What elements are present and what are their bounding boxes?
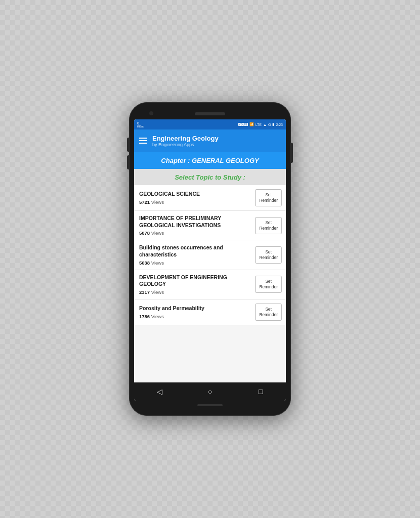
recents-button[interactable]: □ <box>251 382 270 401</box>
app-bar-titles: Engineering Geology by Engineering Apps <box>152 135 219 147</box>
topic-title-2: Building stones occurrences and characte… <box>139 244 251 258</box>
topic-views-1: 5078 Views <box>139 230 251 236</box>
topic-content-2: Building stones occurrences and characte… <box>139 244 251 265</box>
topic-item-4[interactable]: Porosity and Permeability1786 ViewsSet R… <box>134 299 286 325</box>
select-topic-header: Select Topic to Study : <box>134 169 286 185</box>
volte-badge: VOLTE <box>238 123 247 126</box>
views-count-4: 1786 <box>139 314 151 319</box>
hamburger-menu-icon[interactable] <box>139 138 147 144</box>
set-reminder-button-0[interactable]: Set Reminder <box>255 189 282 206</box>
time-display: 2:23 <box>276 123 283 126</box>
battery-icon: ▮ <box>272 122 274 126</box>
topic-title-0: GEOLOGICAL SCIENCE <box>139 191 251 198</box>
views-count-3: 2317 <box>139 289 151 295</box>
app-title: Engineering Geology <box>152 135 219 142</box>
topic-content-3: DEVELOPMENT OF ENGINEERING GEOLOGY2317 V… <box>139 274 251 295</box>
topic-content-1: IMPORTANCE OF PRELIMINARY GEOLOGICAL INV… <box>139 215 251 236</box>
screen-wrapper: 0 KB/s VOLTE 📶 LTE ▲ G ▮ 2:23 <box>134 119 286 401</box>
views-count-2: 5038 <box>139 260 151 266</box>
status-speed: 0 KB/s <box>137 121 144 128</box>
phone-device: 0 KB/s VOLTE 📶 LTE ▲ G ▮ 2:23 <box>129 102 291 416</box>
bottom-speaker <box>197 404 223 406</box>
phone-top <box>134 108 286 119</box>
set-reminder-button-4[interactable]: Set Reminder <box>255 304 282 321</box>
topic-views-2: 5038 Views <box>139 260 251 266</box>
topic-views-4: 1786 Views <box>139 314 251 319</box>
topic-views-0: 5721 Views <box>139 199 251 205</box>
wifi-icon: 📶 <box>249 122 254 126</box>
topic-views-3: 2317 Views <box>139 289 251 295</box>
topic-item-2[interactable]: Building stones occurrences and characte… <box>134 240 286 270</box>
set-reminder-button-1[interactable]: Set Reminder <box>255 217 282 234</box>
speaker <box>195 112 225 115</box>
topics-list: GEOLOGICAL SCIENCE5721 ViewsSet Reminder… <box>134 185 286 382</box>
app-subtitle: by Engineering Apps <box>152 142 219 147</box>
topic-title-3: DEVELOPMENT OF ENGINEERING GEOLOGY <box>139 274 251 288</box>
app-bar: Engineering Geology by Engineering Apps <box>134 130 286 152</box>
topic-content-4: Porosity and Permeability1786 Views <box>139 305 251 319</box>
views-count-1: 5078 <box>139 230 151 236</box>
nav-bar: ◁ ○ □ <box>134 382 286 401</box>
status-bar: 0 KB/s VOLTE 📶 LTE ▲ G ▮ 2:23 <box>134 119 286 130</box>
phone-bottom <box>197 401 223 410</box>
set-reminder-button-2[interactable]: Set Reminder <box>255 246 282 264</box>
signal-icon: ▲ <box>263 123 267 126</box>
topic-content-0: GEOLOGICAL SCIENCE5721 Views <box>139 191 251 205</box>
home-button[interactable]: ○ <box>201 382 219 401</box>
topic-item-3[interactable]: DEVELOPMENT OF ENGINEERING GEOLOGY2317 V… <box>134 270 286 299</box>
status-right: VOLTE 📶 LTE ▲ G ▮ 2:23 <box>238 122 283 126</box>
set-reminder-button-3[interactable]: Set Reminder <box>255 276 282 293</box>
views-count-0: 5721 <box>139 199 151 205</box>
select-topic-label: Select Topic to Study : <box>175 174 245 181</box>
phone-screen: 0 KB/s VOLTE 📶 LTE ▲ G ▮ 2:23 <box>134 119 286 401</box>
lte-label: LTE <box>256 123 262 126</box>
chapter-label: Chapter : GENERAL GEOLOGY <box>161 157 259 164</box>
g-label: G <box>268 123 271 126</box>
back-button[interactable]: ◁ <box>150 382 169 401</box>
topic-title-4: Porosity and Permeability <box>139 305 251 312</box>
topic-item-0[interactable]: GEOLOGICAL SCIENCE5721 ViewsSet Reminder <box>134 185 286 211</box>
topic-title-1: IMPORTANCE OF PRELIMINARY GEOLOGICAL INV… <box>139 215 251 229</box>
chapter-header: Chapter : GENERAL GEOLOGY <box>134 152 286 169</box>
topic-item-1[interactable]: IMPORTANCE OF PRELIMINARY GEOLOGICAL INV… <box>134 211 286 240</box>
camera <box>149 111 153 115</box>
